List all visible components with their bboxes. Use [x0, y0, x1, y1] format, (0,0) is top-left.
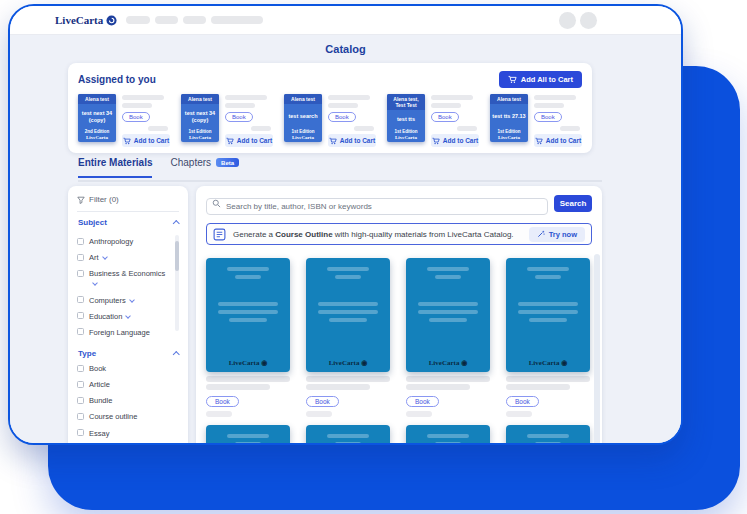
- logo[interactable]: LiveCarta: [55, 14, 117, 26]
- book-cover[interactable]: LiveCarta ◉: [406, 258, 490, 372]
- assigned-cards-row: Alena test test next 34 (copy) 2nd Editi…: [78, 94, 582, 147]
- filter-option[interactable]: Book: [77, 364, 179, 374]
- add-to-cart-button[interactable]: Add to Cart: [534, 134, 582, 147]
- book-title: test next 34 (copy): [78, 104, 116, 129]
- filter-option[interactable]: Essay: [77, 429, 179, 439]
- checkbox[interactable]: [77, 312, 84, 319]
- checkbox[interactable]: [77, 413, 84, 420]
- book-cover[interactable]: LiveCarta ◉: [506, 258, 590, 372]
- checkbox[interactable]: [77, 397, 84, 404]
- filter-section-subject[interactable]: Subject: [78, 218, 178, 227]
- book-cover[interactable]: LiveCarta ◉: [206, 258, 290, 372]
- filter-option[interactable]: Course outline: [77, 412, 179, 422]
- book-cover-mini[interactable]: Alena test, Test Test test tts 1st Editi…: [387, 94, 425, 142]
- banner-text: Generate a Course Outline with high-qual…: [233, 230, 522, 239]
- filter-option[interactable]: Art: [77, 253, 171, 263]
- checkbox[interactable]: [77, 270, 84, 277]
- placeholder-line: [457, 126, 477, 131]
- checkbox[interactable]: [77, 381, 84, 388]
- checkbox[interactable]: [77, 429, 84, 436]
- add-to-cart-button[interactable]: Add to Cart: [431, 134, 479, 147]
- placeholder-line: [418, 310, 478, 314]
- filter-option-label: Article: [89, 380, 110, 390]
- assigned-card: Alena test test tts 27.13 1st Edition Li…: [490, 94, 582, 147]
- book-cover-mini[interactable]: Alena test test next 34 (copy) 2nd Editi…: [78, 94, 116, 142]
- search-input[interactable]: [206, 198, 548, 215]
- filter-sidebar: Filter (0) Subject Anthropology: [68, 186, 188, 445]
- nav-item-placeholder[interactable]: [155, 16, 178, 24]
- placeholder-line: [406, 411, 432, 417]
- book-author: Alena test, Test Test: [387, 94, 425, 110]
- search-button[interactable]: Search: [554, 195, 592, 212]
- checkbox[interactable]: [77, 238, 84, 245]
- placeholder-line: [225, 103, 255, 108]
- filter-header[interactable]: Filter (0): [77, 195, 179, 212]
- catalog-item-partial: [306, 425, 390, 445]
- filter-option[interactable]: Article: [77, 380, 179, 390]
- placeholder-line: [227, 434, 269, 438]
- nav-item-placeholder[interactable]: [211, 16, 263, 24]
- cover-brand: LiveCarta ◉: [506, 359, 590, 367]
- book-cover[interactable]: [506, 425, 590, 445]
- placeholder-line: [435, 275, 461, 279]
- placeholder-line: [122, 95, 164, 100]
- tab-chapters[interactable]: Chapters Beta: [170, 157, 239, 176]
- header-circle-placeholder[interactable]: [580, 12, 597, 29]
- nav-item-placeholder[interactable]: [126, 16, 150, 24]
- placeholder-line: [506, 376, 590, 382]
- scrollbar-track: [175, 235, 179, 331]
- placeholder-line: [122, 103, 152, 108]
- add-to-cart-button[interactable]: Add to Cart: [328, 134, 376, 147]
- checkbox[interactable]: [77, 296, 84, 303]
- placeholder-line: [354, 126, 374, 131]
- book-cover[interactable]: [206, 425, 290, 445]
- chevron-up-icon: [173, 220, 179, 226]
- filter-option[interactable]: Bundle: [77, 396, 179, 406]
- checkbox[interactable]: [77, 254, 84, 261]
- cover-brand: LiveCarta ◉: [206, 359, 290, 367]
- nav-item-placeholder[interactable]: [183, 16, 206, 24]
- book-cover-mini[interactable]: Alena test test tts 27.13 1st Edition Li…: [490, 94, 528, 142]
- book-cover-mini[interactable]: Alena test test next 34 (copy) 1st Editi…: [181, 94, 219, 142]
- scrollbar-thumb[interactable]: [175, 241, 179, 271]
- book-cover[interactable]: [406, 425, 490, 445]
- filter-option[interactable]: Computers: [77, 296, 171, 306]
- placeholder-line: [206, 411, 232, 417]
- book-cover-mini[interactable]: Alena test test search 1st Edition LiveC…: [284, 94, 322, 142]
- scrollbar-thumb[interactable]: [594, 254, 600, 445]
- cart-icon: [329, 137, 337, 145]
- book-type-badge: Book: [328, 112, 356, 122]
- filter-option[interactable]: Anthropology: [77, 237, 171, 247]
- filter-option-label: Computers: [89, 296, 134, 306]
- filter-section-type[interactable]: Type: [78, 349, 178, 358]
- add-all-to-cart-button[interactable]: Add All to Cart: [499, 71, 582, 88]
- filter-option[interactable]: Education: [77, 312, 171, 322]
- page: Catalog Assigned to you Add All to Cart: [10, 35, 681, 443]
- checkbox[interactable]: [77, 365, 84, 372]
- tab-entire-materials[interactable]: Entire Materials: [78, 157, 152, 178]
- placeholder-line: [560, 126, 580, 131]
- placeholder-line: [327, 267, 369, 271]
- filter-option-label: Art: [89, 253, 107, 263]
- filter-option[interactable]: Business & Economics: [77, 269, 171, 289]
- app-window: LiveCarta Catalog Assigned to y: [8, 4, 683, 445]
- assigned-card: Alena test, Test Test test tts 1st Editi…: [387, 94, 479, 147]
- subject-list-wrap: Anthropology Art Business & Economics: [77, 231, 179, 337]
- add-to-cart-button[interactable]: Add to Cart: [225, 134, 273, 147]
- book-type-badge: Book: [431, 112, 459, 122]
- assigned-card-details: Book Add to Cart: [122, 94, 170, 147]
- assigned-card: Alena test test next 34 (copy) 1st Editi…: [181, 94, 273, 147]
- book-title: test tts: [387, 110, 425, 129]
- try-now-button[interactable]: Try now: [529, 227, 585, 242]
- book-cover[interactable]: LiveCarta ◉: [306, 258, 390, 372]
- book-cover[interactable]: [306, 425, 390, 445]
- header-circle-placeholder[interactable]: [559, 12, 576, 29]
- placeholder-line: [235, 275, 261, 279]
- filter-option[interactable]: Foreign Language Study: [77, 328, 171, 337]
- chevron-up-icon: [173, 351, 179, 357]
- course-outline-banner: Generate a Course Outline with high-qual…: [206, 223, 592, 245]
- book-brand: LiveCarta: [181, 134, 219, 142]
- book-type-badge: Book: [225, 112, 253, 122]
- checkbox[interactable]: [77, 328, 84, 335]
- add-to-cart-button[interactable]: Add to Cart: [122, 134, 170, 147]
